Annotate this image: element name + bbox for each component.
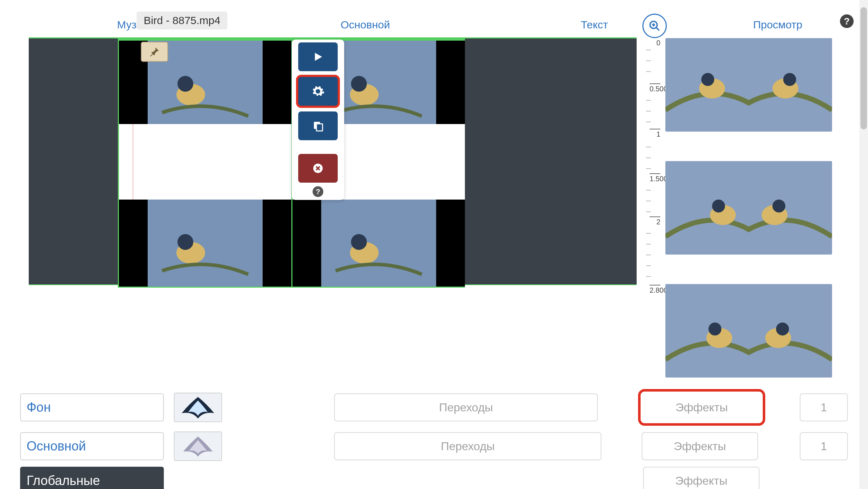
track-row-bg: Фон Переходы Эффекты 1 bbox=[20, 389, 848, 426]
transitions-button-main[interactable]: Переходы bbox=[334, 432, 601, 460]
vertical-scrollbar[interactable] bbox=[859, 0, 868, 489]
track-thumb-bg[interactable] bbox=[174, 393, 222, 422]
svg-point-25 bbox=[701, 73, 714, 86]
track-row-main: Основной Переходы Эффекты 1 bbox=[20, 431, 848, 461]
effects-button-main[interactable]: Эффекты bbox=[642, 432, 758, 460]
preview-column bbox=[665, 38, 832, 378]
tracks-panel: Фон Переходы Эффекты 1 Основной bbox=[20, 389, 848, 489]
track-label-bg[interactable]: Фон bbox=[20, 393, 164, 421]
svg-point-32 bbox=[772, 200, 785, 212]
preview-frame-3[interactable] bbox=[665, 284, 832, 378]
ruler-tick: 0.500 bbox=[650, 83, 660, 93]
ruler-tick: 0 bbox=[656, 39, 660, 47]
track-label-global[interactable]: Глобальные bbox=[20, 467, 164, 489]
svg-point-37 bbox=[776, 323, 789, 335]
ruler-tick: 2.800 bbox=[650, 285, 660, 294]
svg-rect-23 bbox=[665, 38, 832, 132]
ruler-tick: 1.500 bbox=[650, 173, 660, 183]
gear-icon bbox=[311, 84, 325, 98]
ruler-tick: 1 bbox=[650, 129, 660, 138]
timeline-empty-left bbox=[29, 38, 118, 284]
svg-point-35 bbox=[708, 323, 721, 335]
ruler-tick: 2 bbox=[650, 216, 660, 226]
preview-frame-2[interactable] bbox=[665, 161, 832, 255]
help-icon: ? bbox=[844, 16, 850, 27]
clip-filename-chip: Bird - 8875.mp4 bbox=[137, 12, 227, 29]
close-icon bbox=[313, 163, 323, 174]
svg-point-30 bbox=[712, 200, 725, 212]
svg-point-27 bbox=[783, 73, 796, 86]
svg-point-17 bbox=[351, 234, 367, 250]
track-row-global: Глобальные Эффекты bbox=[20, 467, 848, 489]
timeline-empty-right bbox=[465, 38, 637, 284]
tab-preview[interactable]: Просмотр bbox=[709, 15, 846, 35]
effects-button-global[interactable]: Эффекты bbox=[643, 467, 760, 489]
zoom-in-button[interactable] bbox=[642, 14, 667, 38]
pin-icon bbox=[149, 46, 160, 58]
svg-point-14 bbox=[351, 76, 367, 92]
play-icon bbox=[312, 51, 324, 63]
help-icon: ? bbox=[316, 188, 320, 196]
svg-line-1 bbox=[656, 27, 659, 31]
preview-frame-1[interactable] bbox=[665, 38, 832, 132]
clip-actions-popover: ? bbox=[292, 40, 344, 200]
duplicate-clip-button[interactable] bbox=[298, 111, 338, 140]
help-button[interactable]: ? bbox=[840, 14, 854, 28]
track-label-main[interactable]: Основной bbox=[20, 432, 164, 460]
pin-clip-button[interactable] bbox=[141, 42, 168, 62]
delete-clip-button[interactable] bbox=[298, 154, 338, 183]
clip-1[interactable] bbox=[118, 38, 292, 288]
copy-icon bbox=[312, 120, 324, 132]
tab-main[interactable]: Основной bbox=[251, 15, 480, 35]
scrollbar-thumb[interactable] bbox=[860, 7, 867, 129]
effects-count-bg: 1 bbox=[800, 393, 848, 421]
svg-rect-33 bbox=[665, 284, 832, 378]
svg-point-7 bbox=[177, 76, 193, 92]
play-clip-button[interactable] bbox=[298, 42, 338, 71]
track-thumb-main[interactable] bbox=[174, 431, 222, 461]
zoom-in-icon bbox=[648, 20, 661, 32]
effects-button-bg[interactable]: Эффекты bbox=[638, 389, 765, 426]
tab-text[interactable]: Текст bbox=[480, 15, 709, 35]
svg-rect-19 bbox=[317, 124, 323, 131]
popover-help-button[interactable]: ? bbox=[313, 186, 323, 197]
transitions-button-bg[interactable]: Переходы bbox=[334, 393, 598, 421]
svg-point-10 bbox=[177, 234, 193, 250]
clip-settings-button[interactable] bbox=[296, 75, 340, 108]
top-tabs: Музыка Основной Текст Просмотр bbox=[0, 0, 868, 35]
svg-rect-28 bbox=[665, 161, 832, 255]
effects-count-main: 1 bbox=[800, 432, 848, 460]
